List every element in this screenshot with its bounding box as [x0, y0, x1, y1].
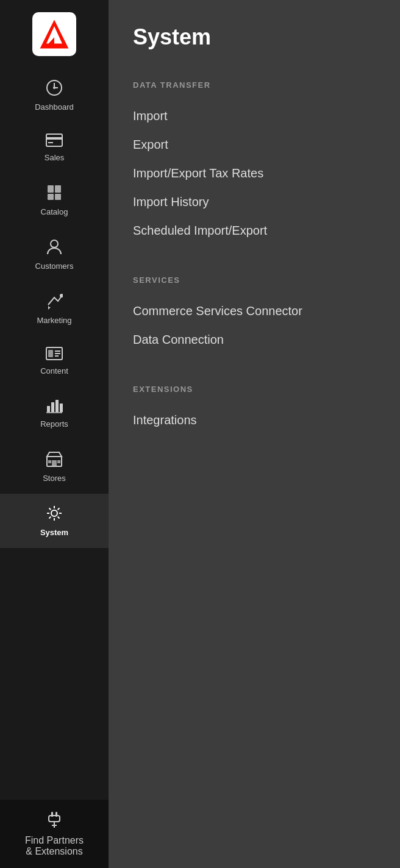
menu-item-import-export-tax-rates[interactable]: Import/Export Tax Rates	[133, 159, 376, 188]
sidebar-item-content-label: Content	[40, 366, 68, 375]
sidebar-item-content[interactable]: Content	[0, 336, 109, 386]
svg-rect-27	[48, 460, 51, 463]
sidebar-item-dashboard[interactable]: Dashboard	[0, 68, 109, 123]
marketing-icon	[46, 293, 63, 312]
logo-area	[0, 0, 109, 68]
svg-rect-11	[48, 194, 54, 200]
sidebar-item-customers[interactable]: Customers	[0, 227, 109, 282]
svg-rect-9	[48, 185, 54, 193]
dashboard-icon	[46, 79, 63, 99]
sidebar-item-marketing-label: Marketing	[37, 316, 71, 325]
sidebar-item-marketing[interactable]: Marketing	[0, 282, 109, 336]
menu-item-import[interactable]: Import	[133, 102, 376, 130]
menu-item-commerce-services-connector[interactable]: Commerce Services Connector	[133, 297, 376, 326]
svg-rect-6	[46, 134, 62, 146]
data-transfer-section: DATA TRANSFER Import Export Import/Expor…	[133, 80, 376, 245]
sidebar-item-system-label: System	[40, 528, 68, 537]
sidebar-item-find-partners[interactable]: Find Partners & Extensions	[0, 800, 109, 868]
sidebar-item-catalog[interactable]: Catalog	[0, 173, 109, 227]
svg-point-29	[51, 510, 57, 516]
sidebar-item-sales[interactable]: Sales	[0, 123, 109, 173]
sidebar-item-stores-label: Stores	[43, 474, 66, 483]
stores-icon	[46, 450, 63, 470]
content-icon	[46, 347, 63, 363]
svg-rect-10	[55, 185, 61, 193]
menu-item-import-history[interactable]: Import History	[133, 188, 376, 216]
sidebar: Dashboard Sales	[0, 0, 109, 868]
sidebar-item-reports-label: Reports	[40, 419, 68, 429]
adobe-logo-icon	[38, 18, 70, 50]
plug-icon	[46, 811, 63, 831]
svg-rect-8	[48, 142, 53, 143]
catalog-icon	[46, 184, 62, 204]
system-icon	[46, 505, 63, 524]
page-title: System	[133, 24, 376, 50]
menu-item-scheduled-import-export[interactable]: Scheduled Import/Export	[133, 216, 376, 245]
reports-icon	[46, 397, 63, 416]
menu-item-export[interactable]: Export	[133, 130, 376, 159]
extensions-section-label: EXTENSIONS	[133, 385, 376, 394]
data-transfer-section-label: DATA TRANSFER	[133, 80, 376, 90]
svg-rect-20	[47, 406, 50, 412]
sidebar-item-dashboard-label: Dashboard	[35, 102, 74, 112]
sidebar-item-stores[interactable]: Stores	[0, 439, 109, 494]
svg-rect-28	[57, 460, 60, 463]
customers-icon	[46, 238, 63, 258]
sidebar-item-reports[interactable]: Reports	[0, 386, 109, 439]
services-section-label: SERVICES	[133, 276, 376, 285]
services-section: SERVICES Commerce Services Connector Dat…	[133, 276, 376, 354]
sidebar-item-customers-label: Customers	[35, 261, 74, 271]
logo-box	[32, 12, 76, 56]
svg-rect-12	[55, 194, 61, 200]
svg-point-13	[51, 240, 58, 247]
svg-rect-22	[55, 400, 59, 412]
sales-icon	[46, 133, 63, 149]
main-content: System DATA TRANSFER Import Export Impor…	[109, 0, 400, 868]
svg-rect-16	[48, 350, 53, 357]
sidebar-item-system[interactable]: System	[0, 494, 109, 548]
sidebar-item-catalog-label: Catalog	[41, 207, 68, 216]
menu-item-data-connection[interactable]: Data Connection	[133, 326, 376, 354]
menu-item-integrations[interactable]: Integrations	[133, 406, 376, 435]
svg-point-5	[53, 87, 55, 89]
svg-rect-32	[49, 816, 60, 822]
extensions-section: EXTENSIONS Integrations	[133, 385, 376, 435]
sidebar-nav: Dashboard Sales	[0, 68, 109, 800]
sidebar-item-sales-label: Sales	[45, 153, 65, 162]
svg-point-14	[60, 294, 63, 297]
svg-rect-7	[46, 137, 62, 140]
find-partners-label: Find Partners & Extensions	[25, 835, 84, 857]
svg-rect-23	[60, 404, 63, 412]
svg-rect-21	[51, 402, 54, 412]
svg-rect-26	[52, 460, 57, 466]
